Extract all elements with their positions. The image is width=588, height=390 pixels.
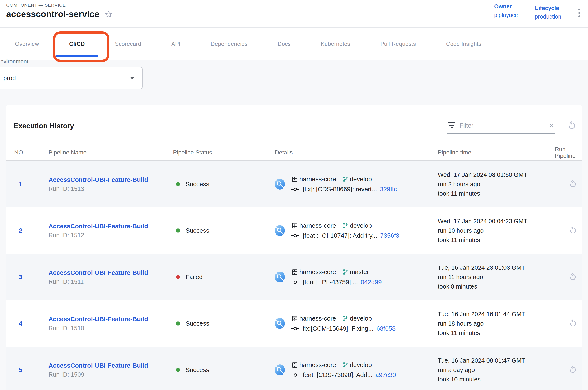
run-pipeline-button[interactable]: [569, 366, 577, 374]
commit-hash-link[interactable]: 329ffc: [380, 186, 397, 193]
repo-name: harness-core: [299, 222, 336, 229]
pipeline-execution-icon: [275, 318, 285, 329]
branch-name: develop: [350, 176, 372, 183]
lifecycle-label: Lifecycle: [535, 5, 561, 11]
tab-overview[interactable]: Overview: [0, 28, 54, 60]
pipeline-time: Wed, 17 Jan 2024 00:04:23 GMT run 10 hou…: [438, 217, 555, 245]
git-commit-icon: [291, 279, 299, 285]
column-no: NO: [6, 149, 48, 156]
pipeline-execution-icon: [275, 225, 285, 236]
status-label: Success: [186, 227, 209, 234]
run-id: Run ID: 1511: [48, 278, 173, 285]
status-label: Success: [186, 320, 209, 327]
pipeline-name-link[interactable]: AccessControl-UBI-Feature-Build: [48, 176, 173, 183]
run-pipeline-button[interactable]: [569, 319, 577, 328]
table-row: 3 AccessControl-UBI-Feature-Build Run ID…: [6, 254, 582, 300]
run-id: Run ID: 1509: [48, 371, 173, 378]
pipeline-execution-icon: [275, 364, 285, 375]
git-branch-icon: [342, 176, 349, 182]
breadcrumb: COMPONENT — SERVICE: [6, 2, 66, 8]
component-service-page: COMPONENT — SERVICE accesscontrol-servic…: [0, 0, 588, 390]
repo-name: harness-core: [299, 315, 336, 322]
column-details: Details: [275, 149, 438, 156]
tab-pull-requests[interactable]: Pull Requests: [365, 28, 431, 60]
commit-hash-link[interactable]: 68f058: [376, 325, 395, 332]
repository-icon: [291, 268, 298, 276]
page-header: COMPONENT — SERVICE accesscontrol-servic…: [0, 0, 588, 28]
row-number: 4: [6, 320, 48, 327]
repo-name: harness-core: [299, 176, 336, 183]
repo-name: harness-core: [299, 268, 336, 276]
pipeline-name-link[interactable]: AccessControl-UBI-Feature-Build: [48, 223, 173, 230]
git-branch-icon: [342, 362, 349, 368]
repo-name: harness-core: [299, 361, 336, 368]
branch-name: develop: [350, 315, 372, 322]
commit-hash-link[interactable]: 7356f3: [380, 232, 399, 239]
refresh-icon[interactable]: [567, 121, 577, 131]
commit-message: feat: [CDS-73090]: Add...: [303, 371, 373, 379]
commit-message: [feat]: [PL-43759]:...: [303, 279, 358, 286]
filter-field: [447, 118, 555, 134]
tab-scorecard[interactable]: Scorecard: [100, 28, 156, 60]
commit-message: [fix]: [CDS-88669]: revert...: [303, 186, 377, 193]
git-commit-icon: [291, 372, 299, 378]
commit-message: [feat]: [CI-10747]: Add try...: [303, 232, 377, 239]
git-branch-icon: [342, 222, 349, 229]
pipeline-name-link[interactable]: AccessControl-UBI-Feature-Build: [48, 269, 173, 276]
tab-kubernetes[interactable]: Kubernetes: [306, 28, 365, 60]
git-branch-icon: [342, 315, 349, 322]
commit-hash-link[interactable]: 042d99: [361, 279, 382, 286]
filter-input[interactable]: [460, 122, 545, 129]
column-pipeline-status: Pipeline Status: [173, 149, 275, 156]
column-pipeline-name: Pipeline Name: [48, 149, 173, 156]
git-branch-icon: [342, 269, 349, 275]
pipeline-time: Tue, 16 Jan 2024 23:01:03 GMT run 11 hou…: [438, 263, 555, 291]
row-number: 5: [6, 366, 48, 374]
clear-filter-icon[interactable]: [548, 122, 554, 129]
status-label: Success: [186, 181, 209, 188]
pipeline-execution-icon: [275, 272, 285, 283]
run-pipeline-button[interactable]: [569, 226, 577, 235]
row-number: 3: [6, 273, 48, 281]
branch-name: master: [350, 268, 369, 276]
commit-message: fix:[CCM-15649]: Fixing...: [303, 325, 373, 332]
pipeline-name-link[interactable]: AccessControl-UBI-Feature-Build: [48, 362, 173, 369]
git-commit-icon: [291, 326, 299, 332]
column-pipeline-time: Pipeline time: [438, 149, 555, 156]
favorite-star-icon[interactable]: [104, 10, 113, 19]
lifecycle-meta: Lifecycle production: [535, 5, 561, 20]
repository-icon: [291, 361, 298, 368]
tab-cicd[interactable]: CI/CD: [54, 28, 100, 60]
owner-link[interactable]: plplayacc: [494, 12, 518, 18]
run-pipeline-button[interactable]: [569, 180, 577, 189]
table-header: NO Pipeline Name Pipeline Status Details…: [6, 145, 582, 161]
tab-bar: Overview CI/CD Scorecard API Dependencie…: [0, 28, 588, 60]
pipeline-execution-icon: [275, 179, 285, 190]
environment-selected-value: prod: [3, 74, 130, 82]
table-row: 4 AccessControl-UBI-Feature-Build Run ID…: [6, 300, 582, 347]
tab-api[interactable]: API: [156, 28, 196, 60]
git-commit-icon: [291, 186, 299, 192]
tab-code-insights[interactable]: Code Insights: [431, 28, 497, 60]
run-pipeline-button[interactable]: [569, 273, 577, 281]
lifecycle-value: production: [535, 14, 561, 20]
pipeline-time: Tue, 16 Jan 2024 08:01:47 GMT run a day …: [438, 356, 555, 384]
tab-dependencies[interactable]: Dependencies: [196, 28, 262, 60]
filter-icon: [447, 122, 456, 128]
pipeline-name-link[interactable]: AccessControl-UBI-Feature-Build: [48, 316, 173, 323]
column-run-pipeline: Run Pipeline: [555, 146, 582, 159]
more-options-icon[interactable]: [578, 9, 580, 17]
table-row: 1 AccessControl-UBI-Feature-Build Run ID…: [6, 161, 582, 207]
repository-icon: [291, 176, 298, 183]
run-id: Run ID: 1512: [48, 232, 173, 239]
table-row: 5 AccessControl-UBI-Feature-Build Run ID…: [6, 347, 582, 390]
status-dot: [176, 368, 180, 372]
branch-name: develop: [350, 222, 372, 229]
commit-hash-link[interactable]: a97c30: [376, 371, 396, 379]
row-number: 1: [6, 181, 48, 188]
run-id: Run ID: 1513: [48, 185, 173, 192]
table-row: 2 AccessControl-UBI-Feature-Build Run ID…: [6, 207, 582, 254]
environment-dropdown[interactable]: prod: [0, 67, 143, 89]
tab-docs[interactable]: Docs: [262, 28, 306, 60]
row-number: 2: [6, 227, 48, 234]
